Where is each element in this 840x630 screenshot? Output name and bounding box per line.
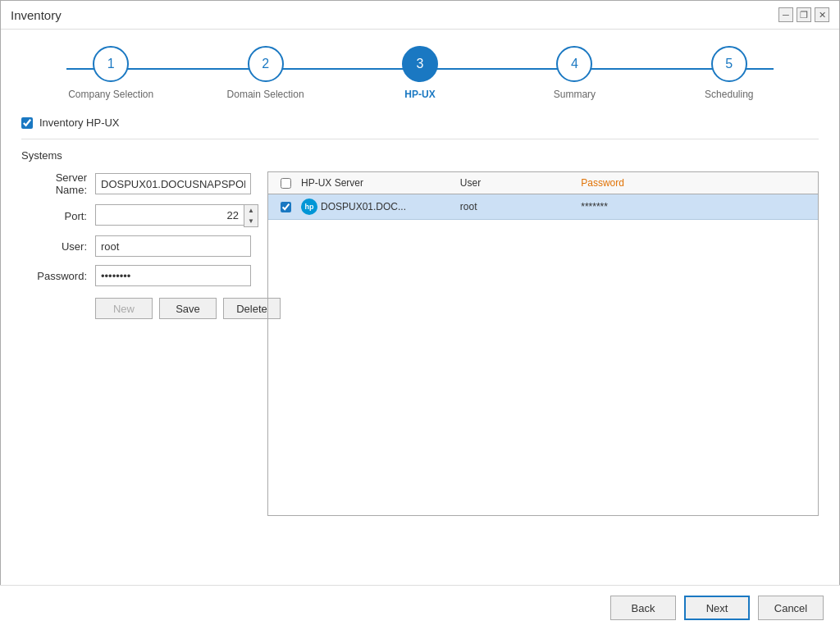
row-user: root xyxy=(457,201,578,212)
server-name-input[interactable] xyxy=(95,173,251,194)
minimize-button[interactable]: ─ xyxy=(778,7,793,22)
step-2-wrapper: 2 Domain Selection xyxy=(188,46,342,100)
step-4-circle[interactable]: 4 xyxy=(556,46,592,82)
systems-title: Systems xyxy=(21,149,819,162)
header-user: User xyxy=(457,176,578,190)
row-server: hp DOSPUX01.DOC... xyxy=(298,199,457,215)
step-2-circle[interactable]: 2 xyxy=(248,46,284,82)
port-row: Port: ▲ ▼ xyxy=(21,204,251,227)
step-3-wrapper: 3 HP-UX xyxy=(343,46,497,100)
port-input[interactable] xyxy=(95,204,244,226)
header-password: Password xyxy=(578,176,737,190)
action-buttons: New Save Delete xyxy=(21,298,251,319)
port-down-button[interactable]: ▼ xyxy=(244,216,258,226)
servers-table: HP-UX Server User Password hp DOSPUX01.D… xyxy=(267,171,819,516)
server-name-row: Server Name: xyxy=(21,171,251,196)
step-5-label: Scheduling xyxy=(705,89,753,100)
inventory-header: Inventory HP-UX xyxy=(21,116,819,139)
step-1-circle[interactable]: 1 xyxy=(93,46,129,82)
user-row: User: xyxy=(21,235,251,257)
port-label: Port: xyxy=(21,210,95,222)
form-section: Server Name: Port: ▲ ▼ User: Password: xyxy=(21,171,251,516)
header-checkbox-cell xyxy=(273,178,298,189)
window-title: Inventory xyxy=(11,8,62,22)
step-5-circle[interactable]: 5 xyxy=(711,46,747,82)
back-button[interactable]: Back xyxy=(610,596,676,620)
inventory-label: Inventory HP-UX xyxy=(39,116,120,129)
restore-button[interactable]: ❐ xyxy=(797,7,811,22)
systems-layout: Server Name: Port: ▲ ▼ User: Password: xyxy=(21,171,819,516)
close-button[interactable]: ✕ xyxy=(815,7,829,22)
title-bar: Inventory ─ ❐ ✕ xyxy=(1,1,839,30)
select-all-checkbox[interactable] xyxy=(281,178,291,189)
step-4-label: Summary xyxy=(554,89,596,100)
step-3-label: HP-UX xyxy=(404,89,435,100)
password-input[interactable] xyxy=(95,265,251,286)
inventory-checkbox[interactable] xyxy=(21,117,33,129)
user-label: User: xyxy=(21,240,95,253)
header-server: HP-UX Server xyxy=(298,176,457,190)
hp-icon: hp xyxy=(301,199,317,215)
content-area: Inventory HP-UX Systems Server Name: Por… xyxy=(1,108,839,524)
step-3-circle[interactable]: 3 xyxy=(402,46,438,82)
password-row: Password: xyxy=(21,265,251,286)
new-button[interactable]: New xyxy=(95,298,153,319)
port-spinner: ▲ ▼ xyxy=(244,204,258,227)
server-name-label: Server Name: xyxy=(21,171,95,196)
save-button[interactable]: Save xyxy=(159,298,217,319)
step-1-wrapper: 1 Company Selection xyxy=(34,46,188,100)
wizard-steps: 1 Company Selection 2 Domain Selection 3… xyxy=(1,30,839,108)
step-4-wrapper: 4 Summary xyxy=(497,46,651,100)
step-1-label: Company Selection xyxy=(68,89,153,100)
row-checkbox[interactable] xyxy=(281,202,291,212)
row-password: ******* xyxy=(578,201,737,212)
port-up-button[interactable]: ▲ xyxy=(244,205,258,216)
step-5-wrapper: 5 Scheduling xyxy=(652,46,806,100)
table-header: HP-UX Server User Password xyxy=(268,172,818,194)
next-button[interactable]: Next xyxy=(684,596,750,620)
port-wrapper: ▲ ▼ xyxy=(95,204,258,227)
table-row[interactable]: hp DOSPUX01.DOC... root ******* xyxy=(268,194,818,220)
row-checkbox-cell xyxy=(273,202,298,212)
password-label: Password: xyxy=(21,270,95,282)
window-controls: ─ ❐ ✕ xyxy=(778,7,829,22)
footer: Back Next Cancel xyxy=(0,585,840,630)
step-2-label: Domain Selection xyxy=(227,89,304,100)
user-input[interactable] xyxy=(95,235,251,257)
cancel-button[interactable]: Cancel xyxy=(758,596,824,620)
